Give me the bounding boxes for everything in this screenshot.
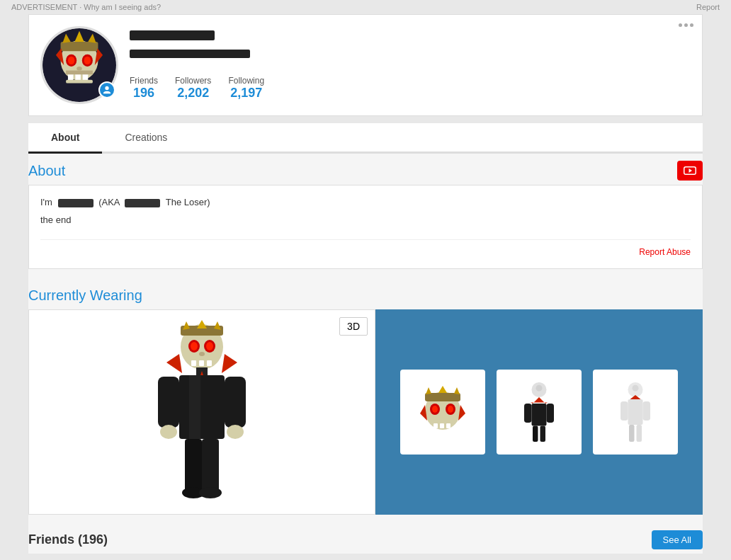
followers-label: Followers xyxy=(175,76,211,86)
svg-rect-73 xyxy=(620,401,628,421)
wearing-item-2[interactable] xyxy=(593,370,678,455)
svg-rect-15 xyxy=(83,74,89,80)
report-link[interactable]: Report xyxy=(696,3,720,11)
redacted-name-2 xyxy=(125,199,160,207)
svg-marker-22 xyxy=(197,320,207,328)
svg-point-10 xyxy=(68,57,74,64)
friends-value: 196 xyxy=(133,86,154,101)
dot-2 xyxy=(684,23,688,27)
svg-rect-68 xyxy=(533,426,538,442)
about-box: I'm (AKA The Loser) the end Report Abuse xyxy=(28,185,703,269)
dot-1 xyxy=(679,23,682,27)
about-header: About xyxy=(28,154,703,185)
svg-point-31 xyxy=(199,352,205,356)
youtube-button[interactable] xyxy=(677,161,703,181)
stats-row: Friends 196 Followers 2,202 Following 2,… xyxy=(130,76,691,101)
profile-card: Friends 196 Followers 2,202 Following 2,… xyxy=(28,14,703,116)
svg-point-63 xyxy=(536,385,543,392)
svg-marker-64 xyxy=(531,397,548,404)
svg-point-71 xyxy=(633,385,639,392)
svg-point-29 xyxy=(191,342,198,350)
svg-marker-51 xyxy=(426,387,431,394)
svg-rect-67 xyxy=(547,404,555,423)
wearing-section: 3D xyxy=(28,309,703,515)
svg-point-11 xyxy=(84,57,91,64)
about-section: About I'm (AKA The Loser) the end Report… xyxy=(28,154,703,554)
outfit-2-thumbnail xyxy=(614,380,657,444)
svg-rect-14 xyxy=(75,74,81,80)
svg-rect-49 xyxy=(425,393,460,401)
outfit-1-thumbnail xyxy=(518,380,560,444)
about-bio-line1: I'm (AKA The Loser) xyxy=(40,197,691,207)
friends-label: Friends xyxy=(130,76,158,86)
report-abuse-row: Report Abuse xyxy=(40,239,691,257)
svg-rect-32 xyxy=(191,360,196,366)
tab-about[interactable]: About xyxy=(28,123,102,154)
friends-section-title: Friends (196) xyxy=(28,532,108,547)
friends-header: Friends (196) See All xyxy=(28,523,703,554)
wearing-items-grid xyxy=(375,309,703,515)
svg-marker-26 xyxy=(222,354,237,373)
tab-creations[interactable]: Creations xyxy=(102,123,190,154)
svg-rect-17 xyxy=(66,80,93,84)
youtube-icon xyxy=(684,164,696,177)
report-abuse-link[interactable]: Report Abuse xyxy=(639,247,691,257)
svg-rect-65 xyxy=(532,404,547,426)
ad-text: ADVERTISEMENT · Why am I seeing ads? xyxy=(11,3,161,11)
followers-value: 2,202 xyxy=(177,86,209,101)
ad-bar: ADVERTISEMENT · Why am I seeing ads? Rep… xyxy=(0,0,731,14)
svg-rect-72 xyxy=(628,399,643,425)
svg-point-47 xyxy=(199,487,222,498)
dot-3 xyxy=(690,23,693,27)
svg-point-18 xyxy=(105,86,108,90)
online-indicator xyxy=(98,81,115,98)
skull-mask-thumbnail xyxy=(414,384,471,440)
displayname-redacted xyxy=(130,50,250,58)
currently-wearing-title: Currently Wearing xyxy=(28,280,703,309)
wearing-item-0[interactable] xyxy=(400,370,485,455)
svg-rect-69 xyxy=(540,426,546,442)
svg-rect-76 xyxy=(629,425,635,442)
svg-marker-50 xyxy=(438,386,447,393)
svg-point-30 xyxy=(206,342,213,350)
dots-menu[interactable] xyxy=(679,23,693,27)
svg-rect-38 xyxy=(189,375,200,439)
avatar-wrapper xyxy=(40,26,118,104)
following-label: Following xyxy=(228,76,264,86)
svg-marker-25 xyxy=(166,354,182,373)
followers-stat[interactable]: Followers 2,202 xyxy=(175,76,211,101)
svg-rect-2 xyxy=(61,42,98,51)
svg-rect-34 xyxy=(207,360,212,366)
wearing-item-1[interactable] xyxy=(497,370,582,455)
three-d-button[interactable]: 3D xyxy=(339,317,368,336)
svg-rect-44 xyxy=(185,439,202,492)
svg-rect-66 xyxy=(524,404,532,423)
svg-rect-40 xyxy=(158,377,179,428)
character-figure xyxy=(138,320,266,504)
svg-rect-77 xyxy=(637,425,642,442)
svg-rect-45 xyxy=(202,439,219,492)
svg-marker-52 xyxy=(454,387,460,394)
svg-rect-13 xyxy=(68,74,74,80)
svg-point-58 xyxy=(448,406,453,413)
tabs-bar: About Creations xyxy=(28,123,703,154)
following-value: 2,197 xyxy=(230,86,262,101)
svg-rect-60 xyxy=(440,423,444,428)
svg-rect-61 xyxy=(446,423,450,428)
username-redacted xyxy=(130,30,215,40)
svg-rect-16 xyxy=(66,71,93,75)
svg-rect-74 xyxy=(643,401,651,421)
svg-point-42 xyxy=(160,425,177,439)
svg-point-43 xyxy=(227,425,244,439)
friends-stat[interactable]: Friends 196 xyxy=(130,76,158,101)
wearing-3d-view: 3D xyxy=(28,309,375,515)
svg-rect-33 xyxy=(199,360,204,366)
see-all-button[interactable]: See All xyxy=(652,530,703,549)
profile-info: Friends 196 Followers 2,202 Following 2,… xyxy=(130,30,691,101)
svg-point-12 xyxy=(76,67,82,71)
about-title: About xyxy=(28,163,65,179)
svg-rect-59 xyxy=(434,423,438,428)
following-stat[interactable]: Following 2,197 xyxy=(228,76,264,101)
svg-rect-39 xyxy=(202,375,213,439)
about-bio-line2: the end xyxy=(40,215,691,225)
